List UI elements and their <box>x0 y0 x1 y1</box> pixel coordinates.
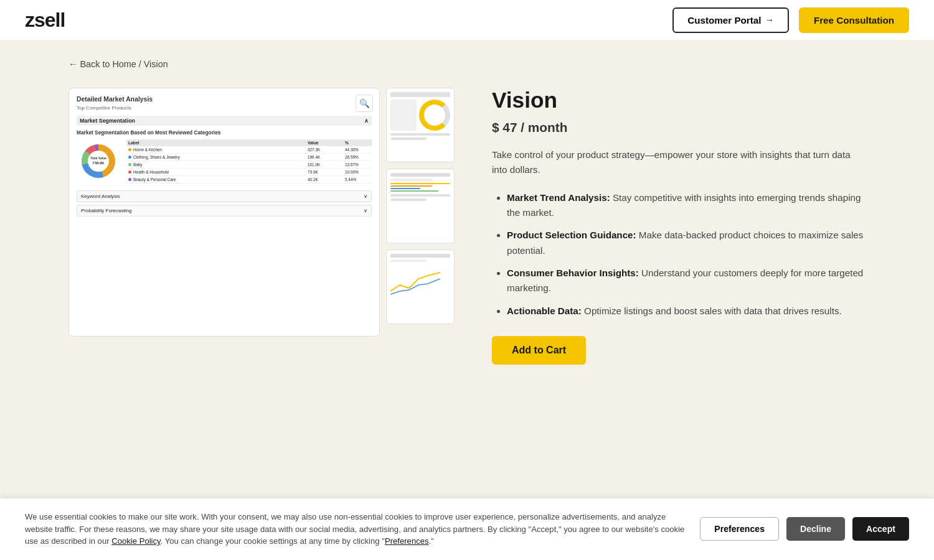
thumbnail-1[interactable] <box>386 88 455 162</box>
gallery-thumbnails <box>386 88 455 337</box>
list-item: Consumer Behavior Insights: Understand y… <box>507 266 866 296</box>
chart-title: Market Segmentation Based on Most Review… <box>77 129 372 136</box>
market-table: Label Value % Home & Kitchen 327.3K 44.3… <box>126 139 372 185</box>
cookie-banner: We use essential cookies to make our sit… <box>0 498 934 560</box>
cookie-policy-link[interactable]: Cookie Policy <box>111 536 160 546</box>
logo-sell: sell <box>34 9 65 31</box>
product-title: Vision <box>492 88 866 113</box>
chart-area: Total Value 738.8K Label Value % <box>77 139 372 185</box>
breadcrumb-separator: / <box>139 59 144 69</box>
cookie-text: We use essential cookies to make our sit… <box>25 511 687 548</box>
header-actions: Customer Portal → Free Consultation <box>672 7 909 33</box>
gallery-main-image: 🔍 Detailed Market Analysis Top Competito… <box>68 88 380 337</box>
table-header: Label Value % <box>126 139 372 146</box>
page-content: ← Back to Home / Vision 🔍 Detailed Marke… <box>31 40 903 402</box>
thumb-mock-1 <box>387 88 454 162</box>
dash-title: Detailed Market Analysis <box>77 96 372 103</box>
header: zsell Customer Portal → Free Consultatio… <box>0 0 934 40</box>
product-description: Take control of your product strategy—em… <box>492 147 866 178</box>
back-to-home-link[interactable]: ← Back to Home <box>68 59 136 69</box>
feature-list: Market Trend Analysis: Stay competitive … <box>492 190 866 319</box>
table-row: Clothing, Shoes & Jewelry 196.4K 26.59% <box>126 154 372 161</box>
product-gallery: 🔍 Detailed Market Analysis Top Competito… <box>68 88 455 337</box>
svg-text:738.8K: 738.8K <box>92 161 105 165</box>
product-layout: 🔍 Detailed Market Analysis Top Competito… <box>68 88 866 365</box>
add-to-cart-button[interactable]: Add to Cart <box>492 336 586 365</box>
cookie-actions: Preferences Decline Accept <box>700 517 909 541</box>
dashboard-mock: Detailed Market Analysis Top Competitor … <box>69 88 379 336</box>
list-item: Product Selection Guidance: Make data-ba… <box>507 228 866 258</box>
table-row: Health & Household 73.9K 10.00% <box>126 169 372 176</box>
free-consultation-button[interactable]: Free Consultation <box>799 7 909 33</box>
thumb-mock-2 <box>387 169 454 243</box>
preferences-link[interactable]: Preferences <box>385 536 429 546</box>
list-item: Actionable Data: Optimize listings and b… <box>507 304 866 319</box>
thumbnail-3[interactable] <box>386 250 455 324</box>
thumb-mock-3 <box>387 250 454 324</box>
dash-subtitle: Top Competitor Products <box>77 105 372 111</box>
consultation-label: Free Consultation <box>814 15 894 26</box>
dash-section-title: Market Segmentation ∧ <box>77 116 372 126</box>
thumbnail-2[interactable] <box>386 169 455 243</box>
svg-text:Total Value: Total Value <box>90 156 106 160</box>
customer-portal-button[interactable]: Customer Portal → <box>672 7 789 33</box>
portal-icon: → <box>765 15 774 25</box>
zoom-icon[interactable]: 🔍 <box>356 95 373 112</box>
decline-button[interactable]: Decline <box>786 517 845 541</box>
logo: zsell <box>25 9 65 32</box>
accordion-probability[interactable]: Probability Forecasting ∨ <box>77 205 372 217</box>
product-details: Vision $ 47 / month Take control of your… <box>492 88 866 365</box>
table-row: Beauty & Personal Care 40.2K 5.44% <box>126 176 372 184</box>
donut-chart: Total Value 738.8K <box>77 139 120 185</box>
table-row: Home & Kitchen 327.3K 44.30% <box>126 146 372 154</box>
accept-button[interactable]: Accept <box>852 517 909 541</box>
preferences-button[interactable]: Preferences <box>700 517 779 541</box>
breadcrumb: ← Back to Home / Vision <box>68 59 866 69</box>
list-item: Market Trend Analysis: Stay competitive … <box>507 190 866 221</box>
breadcrumb-current: Vision <box>144 59 168 69</box>
portal-label: Customer Portal <box>687 15 761 26</box>
accordion-keyword[interactable]: Keyword Analysis ∨ <box>77 190 372 202</box>
logo-z: z <box>25 9 34 31</box>
product-price: $ 47 / month <box>492 120 866 135</box>
table-row: Baby 101.0K 13.67% <box>126 161 372 169</box>
